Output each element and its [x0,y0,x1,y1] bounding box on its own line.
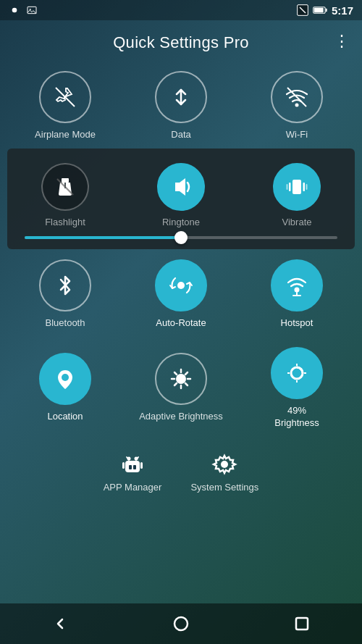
hotspot-icon [284,272,310,298]
svg-rect-44 [133,465,136,469]
location-label: Location [47,411,83,423]
slider-track [25,236,337,239]
svg-rect-15 [289,183,291,191]
svg-point-48 [174,617,188,630]
svg-rect-6 [314,8,324,12]
ringtone-label: Ringtone [162,217,200,227]
tiles-row-1: Airplane Mode Data Wi-Fi [0,61,362,149]
svg-rect-16 [303,183,306,191]
slider-tile-ringtone[interactable]: Ringtone [123,156,239,235]
tile-hotspot[interactable]: Hotspot [239,249,355,337]
location-circle [39,353,91,405]
svg-rect-40 [125,461,140,472]
svg-rect-43 [129,465,132,469]
time-display: 5:17 [332,4,353,17]
svg-line-29 [174,372,177,375]
svg-rect-7 [326,9,327,12]
flashlight-circle [41,163,89,211]
ringtone-icon [169,175,193,198]
svg-rect-42 [140,462,143,469]
svg-point-19 [177,282,185,289]
adaptive-brightness-label: Adaptive Brightness [139,411,223,423]
brightness-label: 49%Brightness [274,405,319,430]
svg-rect-18 [306,184,308,190]
notification-icon [9,4,20,16]
svg-rect-17 [287,184,288,190]
airplane-mode-circle [39,71,91,123]
brightness-icon [284,360,310,386]
data-label: Data [171,129,190,141]
adaptive-brightness-circle [155,353,207,405]
slider-icons-row: Flashlight Ringtone Vibrate [7,156,355,235]
brightness-circle [271,347,323,399]
header: Quick Settings Pro ⋮ [0,20,362,61]
slider-tile-vibrate[interactable]: Vibrate [239,156,355,235]
svg-rect-41 [122,462,125,469]
svg-line-30 [185,383,188,385]
svg-point-20 [295,287,300,292]
tile-auto-rotate[interactable]: Auto-Rotate [123,249,239,337]
recent-icon [293,615,311,632]
svg-rect-14 [292,180,301,194]
tile-brightness[interactable]: 49%Brightness [239,337,355,437]
slider-thumb[interactable] [174,231,188,244]
svg-point-47 [221,461,228,468]
recent-button[interactable] [287,609,316,638]
bluetooth-icon [52,272,78,298]
wifi-icon [284,84,310,110]
airplane-mode-icon [52,84,78,110]
back-icon [51,615,69,632]
bottom-buttons: APP Manager System Settings [0,437,362,500]
hotspot-circle [271,259,323,311]
bluetooth-label: Bluetooth [46,317,85,330]
nav-bar [0,603,362,644]
tile-airplane-mode[interactable]: Airplane Mode [7,61,123,149]
auto-rotate-label: Auto-Rotate [156,317,206,330]
battery-icon [313,5,327,15]
location-icon [52,366,78,392]
wifi-label: Wi-Fi [286,129,308,141]
svg-line-32 [174,383,177,385]
tiles-row-3: Bluetooth Auto-Rotate Hotspot [0,249,362,337]
system-settings-button[interactable]: System Settings [190,451,258,493]
status-left-icons [9,4,38,16]
menu-button[interactable]: ⋮ [334,33,350,49]
page-title: Quick Settings Pro [113,33,249,52]
svg-point-23 [62,374,69,381]
svg-marker-13 [175,178,185,196]
svg-rect-10 [62,178,69,183]
adaptive-brightness-icon [168,366,194,392]
svg-line-31 [185,372,188,375]
vibrate-circle [273,163,321,211]
system-settings-icon [211,451,237,477]
svg-point-9 [295,104,299,107]
bluetooth-circle [39,259,91,311]
system-settings-label: System Settings [190,482,258,493]
status-bar: 5:17 [0,0,362,20]
svg-rect-49 [296,618,308,630]
auto-rotate-circle [155,259,207,311]
auto-rotate-icon [168,272,194,298]
slider-fill [25,236,181,239]
tile-adaptive-brightness[interactable]: Adaptive Brightness [123,337,239,437]
slider-tile-flashlight[interactable]: Flashlight [7,156,123,235]
svg-point-24 [176,374,186,384]
airplane-mode-label: Airplane Mode [35,129,96,141]
home-button[interactable] [167,609,195,638]
volume-slider-container[interactable] [7,235,355,239]
app-manager-label: APP Manager [104,482,162,493]
wifi-circle [271,71,323,123]
tile-location[interactable]: Location [7,337,123,437]
vibrate-label: Vibrate [282,217,312,227]
tile-bluetooth[interactable]: Bluetooth [7,249,123,337]
signal-blocked-icon [297,4,308,16]
tile-data[interactable]: Data [123,61,239,149]
data-icon [168,84,194,110]
slider-panel: Flashlight Ringtone Vibrate [7,149,355,249]
flashlight-label: Flashlight [45,217,85,227]
back-button[interactable] [46,609,75,638]
tile-wifi[interactable]: Wi-Fi [239,61,355,149]
hotspot-label: Hotspot [281,317,313,330]
app-manager-button[interactable]: APP Manager [104,451,162,493]
data-circle [155,71,207,123]
